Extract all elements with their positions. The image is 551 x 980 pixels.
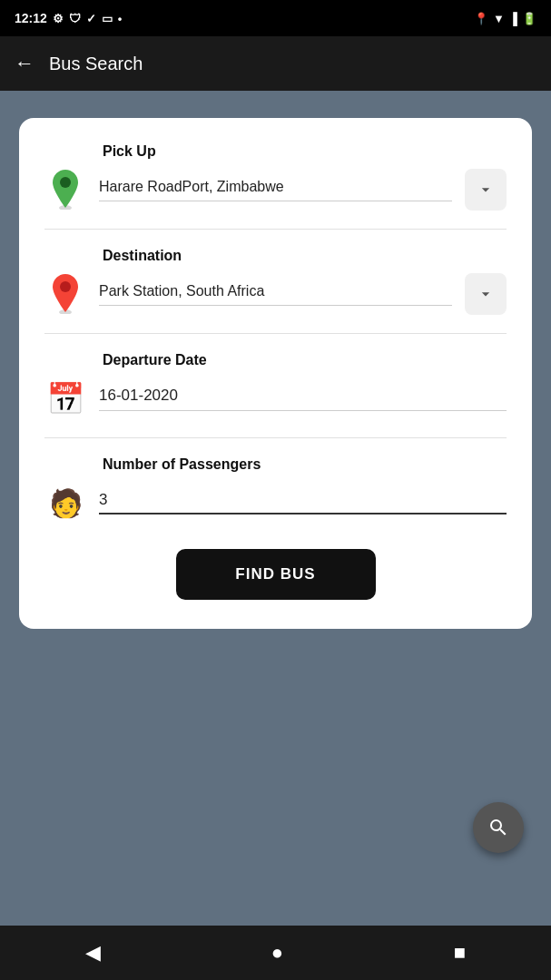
calendar-icon: 📅 [44, 377, 86, 419]
pickup-row: Harare RoadPort, Zimbabwe [44, 169, 507, 211]
home-nav-button[interactable]: ● [271, 941, 283, 965]
dot-icon: • [118, 12, 123, 25]
svg-point-3 [60, 281, 71, 292]
divider-3 [44, 437, 507, 438]
destination-label: Destination [44, 248, 507, 264]
destination-input-wrap: Park Station, South Africa [99, 283, 452, 306]
shield-icon: 🛡 [69, 12, 81, 25]
svg-point-1 [60, 177, 71, 188]
app-bar: ← Bus Search [0, 36, 551, 91]
departure-date-section: Departure Date 📅 16-01-2020 [44, 352, 507, 419]
background-area: Pick Up Harare RoadPort, Zimbabwe [0, 91, 551, 926]
signal-icon: ▐ [509, 12, 517, 25]
status-right: 📍 ▼ ▐ 🔋 [474, 12, 536, 25]
pickup-section: Pick Up Harare RoadPort, Zimbabwe [44, 143, 507, 211]
pickup-dropdown-button[interactable] [465, 169, 507, 211]
fab-search-button[interactable] [473, 802, 524, 853]
passengers-value[interactable]: 3 [99, 491, 507, 514]
divider-2 [44, 333, 507, 334]
app-bar-title: Bus Search [49, 54, 143, 74]
search-icon [487, 817, 509, 838]
bottom-nav: ◀ ● ■ [0, 926, 551, 980]
passengers-row: 🧑 3 [44, 482, 507, 524]
pickup-label: Pick Up [44, 143, 507, 160]
back-nav-button[interactable]: ◀ [85, 941, 101, 965]
departure-date-row: 📅 16-01-2020 [44, 377, 507, 419]
pickup-pin-icon [44, 169, 86, 211]
destination-pin-icon [44, 273, 86, 315]
back-button[interactable]: ← [15, 52, 34, 75]
passenger-icon: 🧑 [44, 482, 86, 524]
wifi-icon: ▼ [493, 12, 505, 25]
find-bus-button[interactable]: FIND BUS [176, 549, 376, 600]
location-icon: 📍 [474, 12, 488, 25]
pickup-input-wrap: Harare RoadPort, Zimbabwe [99, 179, 452, 201]
destination-dropdown-button[interactable] [465, 273, 507, 315]
settings-icon: ⚙ [53, 12, 64, 25]
time-display: 12:12 [15, 11, 47, 25]
passengers-section: Number of Passengers 🧑 3 [44, 456, 507, 524]
recent-nav-button[interactable]: ■ [454, 941, 466, 965]
check-icon: ✓ [86, 12, 96, 25]
status-bar: 12:12 ⚙ 🛡 ✓ ▭ • 📍 ▼ ▐ 🔋 [0, 0, 551, 36]
departure-date-value[interactable]: 16-01-2020 [99, 387, 507, 411]
divider-1 [44, 229, 507, 230]
destination-value: Park Station, South Africa [99, 283, 452, 299]
sim-icon: ▭ [102, 12, 113, 25]
search-form-card: Pick Up Harare RoadPort, Zimbabwe [19, 118, 532, 629]
passengers-label: Number of Passengers [44, 456, 507, 473]
destination-section: Destination Park Station, South Africa [44, 248, 507, 315]
destination-row: Park Station, South Africa [44, 273, 507, 315]
battery-icon: 🔋 [522, 12, 536, 25]
status-left: 12:12 ⚙ 🛡 ✓ ▭ • [15, 11, 122, 25]
departure-date-label: Departure Date [44, 352, 507, 368]
pickup-value: Harare RoadPort, Zimbabwe [99, 179, 452, 195]
